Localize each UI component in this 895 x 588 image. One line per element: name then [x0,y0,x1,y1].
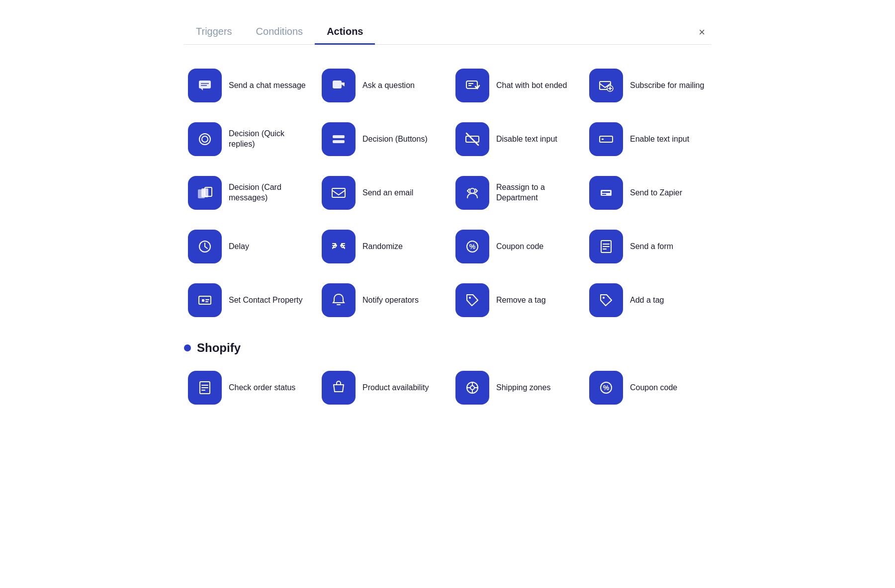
action-label-decision-card-messages: Decision (Card messages) [229,182,306,203]
action-label-reassign-department: Reassign to a Department [496,182,573,203]
quick-replies-icon [188,122,222,156]
action-label-set-contact-property: Set Contact Property [229,295,303,306]
svg-point-12 [202,136,208,142]
action-item-send-form[interactable]: Send a form [585,226,711,267]
action-item-add-tag[interactable]: Add a tag [585,279,711,321]
svg-rect-13 [333,135,345,138]
shopify-label-check-order-status: Check order status [229,383,295,393]
action-label-coupon-code: Coupon code [496,242,543,252]
action-label-send-to-zapier: Send to Zapier [630,188,682,198]
svg-rect-30 [602,194,606,195]
bot-ended-icon [455,69,489,102]
shopify-item-product-availability[interactable]: Product availability [318,367,444,409]
svg-line-33 [205,247,207,249]
shopify-dot [184,344,191,351]
product-icon [322,371,356,405]
action-item-decision-quick-replies[interactable]: Decision (Quick replies) [184,118,310,160]
action-label-chat-with-bot-ended: Chat with bot ended [496,81,567,91]
svg-rect-29 [602,191,610,193]
buttons-icon [322,122,356,156]
action-label-decision-quick-replies: Decision (Quick replies) [229,129,306,150]
subscribe-icon [589,69,623,102]
shopify-section-header: Shopify [184,341,711,355]
svg-line-16 [466,133,478,145]
action-item-coupon-code[interactable]: % Coupon code [451,226,577,267]
svg-point-54 [470,386,474,390]
disable-input-icon [455,122,489,156]
svg-rect-22 [332,188,345,197]
reassign-icon [455,176,489,210]
action-item-chat-with-bot-ended[interactable]: Chat with bot ended [451,65,577,106]
action-item-decision-card-messages[interactable]: Decision (Card messages) [184,172,310,214]
coupon-shopify-icon: % [589,371,623,405]
svg-text:%: % [469,243,476,251]
shopify-label-shipping-zones: Shipping zones [496,383,550,393]
svg-rect-0 [199,81,211,88]
add-tag-icon [589,283,623,317]
close-button[interactable]: × [693,22,711,43]
shopify-label-product-availability: Product availability [362,383,429,393]
shopify-item-shipping-zones[interactable]: Shipping zones [451,367,577,409]
svg-rect-42 [199,296,211,304]
svg-rect-3 [333,81,342,88]
action-item-reassign-department[interactable]: Reassign to a Department [451,172,577,214]
tab-triggers[interactable]: Triggers [184,20,244,45]
shopify-item-shopify-coupon-code[interactable]: % Coupon code [585,367,711,409]
svg-point-47 [469,297,471,299]
form-icon [589,230,623,263]
shopify-title: Shopify [197,341,241,355]
action-item-subscribe-mailing[interactable]: Subscribe for mailing [585,65,711,106]
tab-conditions[interactable]: Conditions [244,20,315,45]
action-item-notify-operators[interactable]: Notify operators [318,279,444,321]
action-item-enable-text-input[interactable]: Enable text input [585,118,711,160]
notify-icon [322,283,356,317]
action-label-send-email: Send an email [362,188,413,198]
shopify-item-check-order-status[interactable]: Check order status [184,367,310,409]
shipping-icon [455,371,489,405]
randomize-icon [322,230,356,263]
action-label-notify-operators: Notify operators [362,295,419,306]
svg-point-11 [199,134,210,145]
tab-bar: Triggers Conditions Actions × [184,20,711,45]
email-icon [322,176,356,210]
action-label-subscribe-mailing: Subscribe for mailing [630,81,704,91]
action-item-delay[interactable]: Delay [184,226,310,267]
contact-property-icon [188,283,222,317]
enable-input-icon [589,122,623,156]
action-item-disable-text-input[interactable]: Disable text input [451,118,577,160]
action-item-set-contact-property[interactable]: Set Contact Property [184,279,310,321]
action-label-decision-buttons: Decision (Buttons) [362,134,428,145]
svg-line-27 [467,191,469,193]
svg-line-25 [475,191,477,193]
svg-rect-43 [202,299,204,302]
main-container: Triggers Conditions Actions × Send a cha… [174,0,721,438]
action-label-ask-question: Ask a question [362,81,415,91]
chat-icon [188,69,222,102]
svg-rect-14 [333,140,345,143]
card-messages-icon [188,176,222,210]
delay-icon [188,230,222,263]
shopify-label-shopify-coupon-code: Coupon code [630,383,677,393]
action-item-ask-question[interactable]: Ask a question [318,65,444,106]
action-label-add-tag: Add a tag [630,295,664,306]
action-label-enable-text-input: Enable text input [630,134,689,145]
action-label-remove-tag: Remove a tag [496,295,546,306]
action-label-randomize: Randomize [362,242,403,252]
order-status-icon [188,371,222,405]
tab-actions[interactable]: Actions [315,20,375,45]
shopify-grid: Check order status Product availability … [184,367,711,409]
actions-grid: Send a chat message Ask a question Chat … [184,65,711,321]
svg-point-23 [470,188,475,193]
action-item-send-chat-message[interactable]: Send a chat message [184,65,310,106]
action-label-send-chat-message: Send a chat message [229,81,306,91]
action-label-delay: Delay [229,242,249,252]
action-label-disable-text-input: Disable text input [496,134,557,145]
action-item-send-to-zapier[interactable]: Send to Zapier [585,172,711,214]
action-item-send-email[interactable]: Send an email [318,172,444,214]
action-label-send-form: Send a form [630,242,673,252]
coupon-icon: % [455,230,489,263]
action-item-randomize[interactable]: Randomize [318,226,444,267]
action-item-decision-buttons[interactable]: Decision (Buttons) [318,118,444,160]
svg-text:%: % [603,384,610,392]
action-item-remove-tag[interactable]: Remove a tag [451,279,577,321]
